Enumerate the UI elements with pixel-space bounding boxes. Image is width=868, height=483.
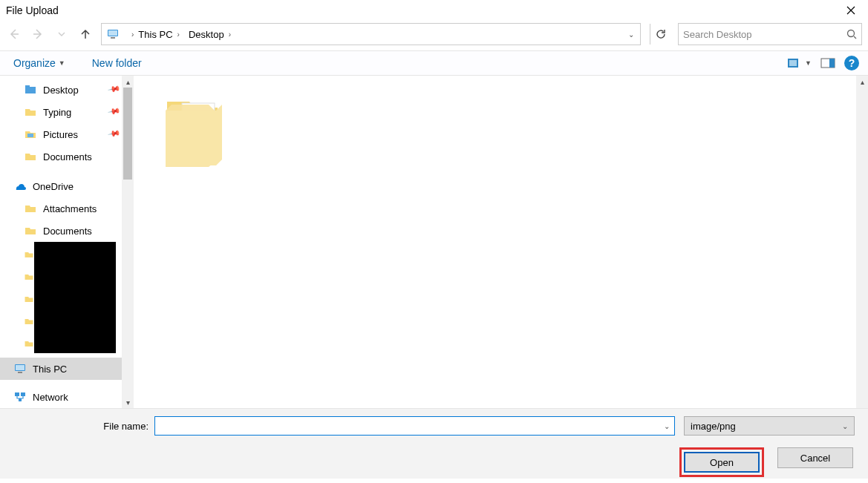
search-icon — [846, 29, 857, 39]
file-name-combobox[interactable]: ⌄ — [154, 416, 675, 436]
tree-item-attachments[interactable]: Attachments — [0, 197, 122, 220]
tree-label: Network — [33, 392, 68, 403]
pin-icon: 📌 — [107, 82, 123, 98]
folder-icon — [158, 88, 225, 170]
cancel-button[interactable]: Cancel — [777, 447, 853, 468]
this-pc-icon — [13, 362, 27, 375]
tree-label: Attachments — [43, 203, 97, 214]
breadcrumb-desktop[interactable]: Desktop › — [184, 24, 235, 45]
chevron-right-icon: › — [177, 30, 180, 39]
tree-item-desktop[interactable]: Desktop 📌 — [0, 79, 122, 101]
folder-icon — [24, 316, 34, 326]
folder-item[interactable] — [154, 85, 229, 174]
tree-label: Pictures — [43, 129, 78, 140]
sidebar-scrollbar-thumb[interactable] — [123, 76, 132, 180]
open-button[interactable]: Open — [684, 452, 760, 473]
open-button-highlight: Open — [679, 447, 764, 477]
svg-rect-14 — [15, 392, 19, 396]
tree-item-onedrive[interactable]: OneDrive — [0, 175, 122, 197]
tree-label: This PC — [33, 364, 67, 375]
svg-point-3 — [848, 30, 855, 37]
file-name-label: File name: — [13, 421, 154, 432]
tree-label: Typing — [43, 107, 71, 118]
open-label: Open — [710, 457, 734, 468]
tree-label: Desktop — [43, 85, 79, 96]
footer: File name: ⌄ image/png ⌄ Open Cancel — [0, 408, 868, 479]
svg-rect-5 — [789, 60, 797, 66]
svg-rect-7 — [829, 59, 835, 68]
folder-icon — [24, 105, 37, 119]
chevron-right-icon: › — [229, 30, 231, 39]
tree-item-typing[interactable]: Typing 📌 — [0, 101, 122, 123]
content-area[interactable]: ▴ — [134, 76, 868, 408]
body-area: Desktop 📌 Typing 📌 Pictures 📌 Documents … — [0, 76, 868, 408]
scroll-up-button[interactable]: ▴ — [122, 76, 134, 88]
forward-button[interactable] — [30, 26, 46, 42]
content-scrollbar-track[interactable] — [856, 76, 868, 408]
redacted-items — [34, 242, 116, 353]
new-folder-label: New folder — [92, 57, 142, 69]
preview-pane-button[interactable] — [820, 57, 835, 69]
breadcrumb-label: Desktop — [189, 29, 224, 40]
pin-icon: 📌 — [107, 105, 123, 120]
back-button[interactable] — [6, 26, 22, 42]
svg-rect-10 — [27, 134, 33, 137]
svg-rect-12 — [16, 365, 25, 370]
svg-rect-15 — [21, 392, 25, 396]
svg-rect-13 — [18, 372, 22, 373]
network-icon — [13, 390, 27, 404]
tree-item-network[interactable]: Network — [0, 386, 122, 408]
toolbar: Organize ▼ New folder ▼ ? — [0, 50, 868, 76]
svg-rect-2 — [111, 37, 115, 39]
chevron-right-icon: › — [131, 30, 134, 39]
tree-item-documents[interactable]: Documents — [0, 145, 122, 168]
up-button[interactable] — [77, 26, 94, 42]
chevron-down-icon: ⌄ — [842, 422, 848, 430]
file-name-input[interactable] — [155, 421, 659, 432]
this-pc-icon — [106, 27, 120, 41]
folder-icon — [24, 202, 37, 215]
nav-bar: › This PC › Desktop › ⌄ — [0, 21, 868, 47]
cancel-label: Cancel — [800, 453, 830, 464]
folder-icon — [24, 338, 34, 349]
folder-icon — [24, 128, 37, 141]
help-button[interactable]: ? — [844, 56, 859, 70]
chevron-down-icon[interactable]: ▼ — [805, 59, 812, 67]
folder-icon — [24, 272, 34, 282]
file-type-filter[interactable]: image/png ⌄ — [684, 416, 855, 436]
scroll-up-button[interactable]: ▴ — [856, 76, 868, 88]
tree-label: Documents — [43, 226, 92, 237]
folder-icon — [24, 83, 37, 96]
view-button[interactable] — [787, 57, 802, 69]
sidebar: Desktop 📌 Typing 📌 Pictures 📌 Documents … — [0, 76, 134, 408]
pin-icon: 📌 — [107, 127, 123, 142]
close-button[interactable] — [834, 0, 868, 21]
breadcrumb-label: This PC — [138, 29, 172, 40]
new-folder-button[interactable]: New folder — [88, 54, 146, 72]
folder-icon — [24, 294, 34, 304]
scroll-down-button[interactable]: ▾ — [122, 396, 134, 408]
chevron-down-icon: ▼ — [59, 59, 65, 67]
file-name-dropdown[interactable]: ⌄ — [659, 422, 674, 430]
organize-label: Organize — [13, 57, 56, 69]
tree-item-pictures[interactable]: Pictures 📌 — [0, 123, 122, 145]
folder-icon — [24, 249, 34, 260]
breadcrumb-this-pc[interactable]: › This PC › — [123, 24, 184, 45]
organize-button[interactable]: Organize ▼ — [9, 54, 70, 72]
tree-label: Documents — [43, 151, 92, 162]
window-title: File Upload — [6, 4, 834, 16]
search-input[interactable] — [683, 29, 846, 40]
svg-rect-8 — [25, 87, 36, 93]
tree-item-od-documents[interactable]: Documents — [0, 220, 122, 242]
svg-rect-16 — [19, 398, 22, 401]
tree-item-this-pc[interactable]: This PC — [0, 358, 122, 380]
address-dropdown[interactable]: ⌄ — [624, 30, 639, 39]
recent-dropdown[interactable] — [53, 26, 70, 42]
refresh-button[interactable] — [650, 24, 670, 45]
search-box[interactable] — [678, 23, 862, 45]
nav-tree: Desktop 📌 Typing 📌 Pictures 📌 Documents … — [0, 76, 134, 408]
address-bar[interactable]: › This PC › Desktop › ⌄ — [101, 23, 641, 45]
onedrive-icon — [13, 180, 27, 193]
tree-label: OneDrive — [33, 181, 74, 192]
filter-label: image/png — [691, 421, 736, 432]
